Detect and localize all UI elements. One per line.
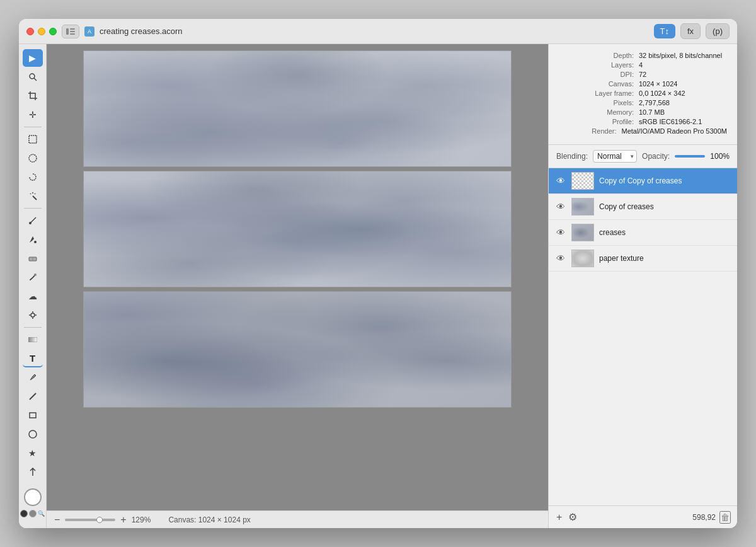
layer-name: Copy of Copy of creases [599, 176, 731, 185]
layer-visibility-icon[interactable]: 👁 [555, 253, 566, 263]
svg-rect-1 [70, 28, 75, 30]
tool-lasso[interactable] [23, 168, 43, 186]
render-value: Metal/IO/AMD Radeon Pro 5300M [621, 127, 727, 135]
depth-value: 32 bits/pixel, 8 bits/channel [639, 52, 727, 59]
window-title: creating creases.acorn [100, 26, 183, 36]
dpi-label: DPI: [583, 71, 634, 78]
tool-text[interactable]: T [23, 350, 43, 367]
svg-point-13 [34, 241, 37, 243]
tool-pen[interactable] [23, 369, 43, 386]
depth-label: Depth: [583, 52, 634, 59]
tool-ellipse-select[interactable] [23, 149, 43, 167]
layer-frame-value: 0,0 1024 × 342 [639, 89, 727, 97]
canvas-content[interactable] [47, 44, 548, 510]
color-circle-2[interactable] [29, 510, 37, 517]
tool-sun[interactable] [23, 306, 43, 324]
tool-crop[interactable] [23, 87, 43, 105]
layer-visibility-icon[interactable]: 👁 [555, 176, 566, 186]
text-arrange-button[interactable]: T↕ [654, 24, 675, 38]
layer-thumbnail [571, 224, 594, 241]
svg-rect-24 [30, 413, 36, 418]
layer-visibility-icon[interactable]: 👁 [555, 227, 566, 238]
titlebar: A creating creases.acorn T↕ fx (p) [19, 19, 737, 44]
dpi-value: 72 [639, 71, 727, 78]
svg-line-9 [35, 193, 35, 194]
tool-cloud[interactable]: ☁ [23, 287, 43, 305]
layer-settings-button[interactable]: ⚙ [567, 511, 578, 523]
layer-thumbnail [571, 198, 594, 216]
canvas-value: 1024 × 1024 [639, 80, 727, 88]
profile-value: sRGB IEC61966-2.1 [639, 118, 727, 125]
svg-rect-0 [66, 28, 69, 35]
blending-row: Blending: Normal Multiply Screen Overlay… [549, 145, 737, 168]
canvas-info: Canvas: 1024 × 1024 px [168, 515, 250, 524]
close-button[interactable] [26, 28, 34, 35]
tool-zoom[interactable] [23, 68, 43, 86]
svg-rect-2 [70, 31, 75, 32]
foreground-color[interactable] [24, 488, 42, 506]
tool-fill[interactable] [23, 231, 43, 248]
layer-thumbnail [571, 172, 594, 190]
layer-thumbnail [571, 250, 594, 267]
blending-select[interactable]: Normal Multiply Screen Overlay [593, 150, 637, 163]
tool-magic-wand[interactable] [23, 187, 43, 205]
info-row-layer-frame: Layer frame: 0,0 1024 × 342 [559, 89, 727, 97]
layers-label: Layers: [583, 61, 634, 69]
sidebar-toggle-button[interactable] [62, 25, 79, 38]
info-panel: Depth: 32 bits/pixel, 8 bits/channel Lay… [549, 44, 737, 145]
tool-smudge[interactable] [23, 268, 43, 286]
layer-name: creases [599, 228, 731, 237]
layer-item[interactable]: 👁 Copy of Copy of creases [549, 168, 737, 194]
canvas-layer-1 [83, 50, 512, 167]
main-window: A creating creases.acorn T↕ fx (p) ▶ [19, 19, 737, 528]
layer-item[interactable]: 👁 creases [549, 220, 737, 246]
titlebar-right-buttons: T↕ fx (p) [654, 23, 730, 39]
blending-select-wrapper[interactable]: Normal Multiply Screen Overlay ▼ [593, 150, 637, 163]
color-extras: 🔍 [20, 510, 45, 517]
p-button[interactable]: (p) [706, 23, 730, 39]
svg-line-5 [34, 78, 37, 81]
tool-gradient[interactable] [23, 331, 43, 348]
tool-arrow[interactable]: ▶ [23, 49, 43, 67]
svg-rect-6 [29, 135, 37, 143]
pixels-value: 2,797,568 [639, 99, 727, 107]
tool-up-arrow[interactable] [23, 463, 43, 481]
layer-visibility-icon[interactable]: 👁 [555, 202, 566, 212]
svg-rect-22 [28, 337, 37, 342]
tool-rect-select[interactable] [23, 130, 43, 148]
memory-label: Memory: [583, 108, 634, 116]
profile-label: Profile: [583, 118, 634, 125]
fx-button[interactable]: fx [680, 23, 701, 39]
background-color[interactable] [20, 510, 28, 517]
tool-ellipse-shape[interactable] [23, 425, 43, 443]
tool-move[interactable]: ✛ [23, 106, 43, 124]
layer-item[interactable]: 👁 Copy of creases [549, 194, 737, 220]
layer-coordinates: 598,92 [692, 513, 716, 522]
svg-point-7 [29, 154, 37, 162]
info-row-layers: Layers: 4 [559, 61, 727, 69]
tool-eraser[interactable] [23, 250, 43, 267]
layers-panel[interactable]: 👁 Copy of Copy of creases 👁 Copy of crea… [549, 168, 737, 505]
delete-layer-button[interactable]: 🗑 [719, 511, 731, 524]
canvas-area: − + 129% Canvas: 1024 × 1024 px [47, 44, 548, 528]
opacity-slider[interactable] [675, 155, 705, 158]
zoom-out-button[interactable]: − [54, 515, 60, 525]
zoom-in-button[interactable]: + [120, 515, 126, 525]
status-bar: − + 129% Canvas: 1024 × 1024 px [47, 510, 548, 528]
zoom-slider[interactable] [65, 519, 115, 521]
memory-value: 10.7 MB [639, 108, 727, 116]
svg-line-10 [30, 193, 31, 194]
add-layer-button[interactable]: + [555, 512, 563, 523]
right-panel: Depth: 32 bits/pixel, 8 bits/channel Lay… [548, 44, 737, 528]
tool-rect-shape[interactable] [23, 406, 43, 424]
minimize-button[interactable] [38, 28, 45, 35]
tool-line[interactable] [23, 388, 43, 405]
tool-star[interactable]: ★ [23, 444, 43, 462]
tool-brush[interactable] [23, 212, 43, 229]
tool-zoom-small[interactable]: 🔍 [38, 510, 45, 517]
layer-item[interactable]: 👁 paper texture [549, 246, 737, 272]
opacity-value: 100% [710, 152, 730, 161]
svg-point-4 [30, 74, 35, 79]
maximize-button[interactable] [49, 28, 57, 35]
render-label: Render: [566, 127, 616, 135]
